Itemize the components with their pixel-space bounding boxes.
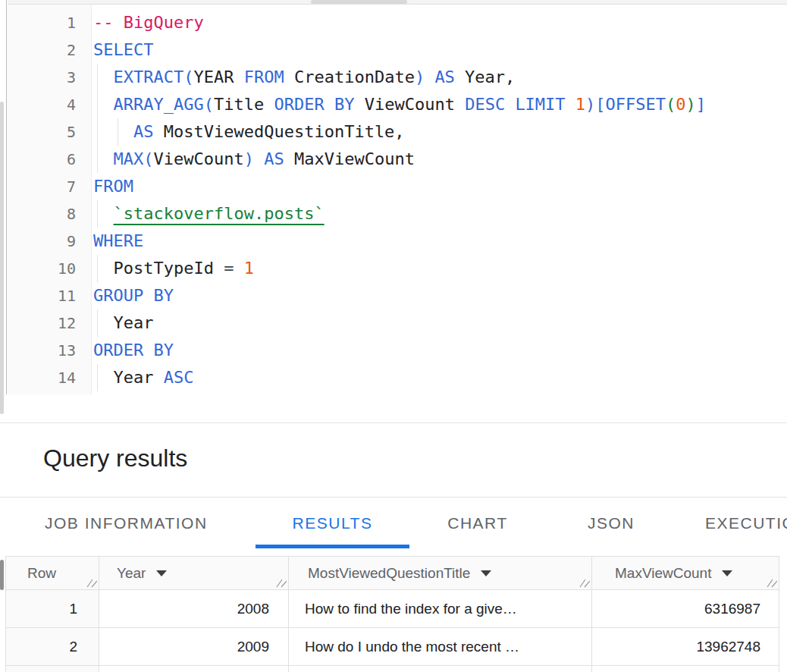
results-table: RowYearMostViewedQuestionTitleMaxViewCou…: [5, 556, 779, 672]
code-token: BY: [153, 341, 174, 360]
code-token: (: [666, 95, 676, 114]
max-view-count-cell: 13962748: [592, 628, 779, 666]
code-line-5: AS MostViewedQuestionTitle,: [93, 118, 787, 146]
indent-guide: [97, 64, 98, 91]
code-line-9: WHERE: [93, 228, 787, 255]
code-token: =: [224, 259, 234, 278]
sql-editor[interactable]: 1234567891011121314 -- BigQuerySELECT EX…: [0, 5, 787, 422]
code-token: 1: [575, 95, 585, 114]
column-label: MaxViewCount: [615, 565, 711, 582]
line-number: 4: [7, 91, 76, 118]
indent-guide: [97, 200, 98, 228]
line-number-gutter: 1234567891011121314: [7, 5, 92, 394]
code-token: MostViewedQuestionTitle,: [153, 122, 404, 141]
code-line-7: FROM: [93, 173, 787, 200]
tab-results[interactable]: RESULTS: [256, 498, 409, 548]
code-line-12: Year: [93, 309, 787, 337]
code-token: OFFSET: [606, 95, 666, 114]
line-number: 8: [7, 200, 76, 228]
column-resize-grip-icon[interactable]: [276, 577, 287, 588]
code-token: SELECT: [93, 40, 153, 59]
indent-guide: [97, 364, 98, 391]
line-number: 3: [7, 64, 76, 91]
column-dropdown-caret-icon[interactable]: [156, 570, 167, 576]
code-token: (: [143, 149, 153, 168]
code-token: [143, 341, 153, 360]
code-token: [93, 95, 114, 114]
code-token: MaxViewCount: [284, 149, 415, 168]
code-token: [325, 95, 334, 114]
table-row: 12008How to find the index for a give…63…: [6, 590, 779, 628]
table-row-partial: [6, 666, 779, 672]
horizontal-scrollbar-thumb[interactable]: [311, 0, 407, 4]
tab-execution[interactable]: EXECUTION: [705, 498, 787, 548]
column-dropdown-caret-icon[interactable]: [722, 570, 732, 576]
code-token: GROUP: [93, 286, 143, 305]
code-line-10: PostTypeId = 1: [93, 255, 787, 282]
code-token: [566, 95, 575, 114]
code-token: ARRAY_AGG: [114, 95, 204, 114]
code-token: ]: [696, 95, 706, 114]
line-number: 7: [7, 173, 76, 200]
code-token: ): [686, 95, 696, 114]
column-dropdown-caret-icon[interactable]: [481, 570, 491, 576]
indent-guide: [97, 255, 98, 282]
code-token: [254, 149, 264, 168]
column-resize-grip-icon[interactable]: [579, 577, 590, 588]
tab-job-information[interactable]: JOB INFORMATION: [45, 498, 208, 548]
code-token: AS: [264, 149, 284, 168]
column-label: Year: [117, 565, 146, 582]
section-divider: [0, 422, 787, 423]
code-token: BY: [334, 95, 355, 114]
table-reference-link[interactable]: `stackoverflow.posts`: [114, 204, 325, 223]
column-resize-grip-icon[interactable]: [86, 577, 97, 588]
code-line-1: -- BigQuery: [93, 9, 787, 36]
code-token: (: [183, 68, 193, 86]
indent-guide: [97, 91, 98, 118]
max-view-count-cell: 6316987: [592, 590, 779, 628]
line-number: 5: [7, 118, 76, 146]
code-token: [93, 122, 133, 141]
code-token: AS: [434, 68, 455, 86]
line-number: 1: [7, 9, 76, 36]
code-token: [143, 286, 153, 305]
title-cell: How to find the index for a give…: [289, 590, 592, 628]
indent-guide: [97, 146, 98, 173]
code-token: [93, 149, 114, 168]
code-token: [234, 68, 243, 86]
code-line-8: `stackoverflow.posts`: [93, 200, 787, 228]
code-token: Year: [93, 313, 153, 332]
code-token: [93, 204, 114, 223]
indent-guide: [118, 118, 118, 146]
results-table-wrap: RowYearMostViewedQuestionTitleMaxViewCou…: [5, 556, 779, 672]
code-token: [234, 259, 243, 278]
title-cell: How do I undo the most recent …: [289, 628, 592, 666]
tab-json[interactable]: JSON: [588, 498, 635, 548]
column-header-mostviewedquestiontitle[interactable]: MostViewedQuestionTitle: [289, 557, 592, 590]
column-header-year[interactable]: Year: [99, 557, 289, 590]
editor-vertical-scrollbar-thumb[interactable]: [0, 102, 4, 414]
indent-guide: [97, 309, 98, 337]
results-tab-bar: JOB INFORMATIONRESULTSCHARTJSONEXECUTION: [0, 498, 787, 548]
code-token: 0: [676, 95, 685, 114]
code-token: BY: [153, 286, 174, 305]
active-tab-underline: [256, 545, 409, 548]
code-token: Title: [214, 95, 264, 114]
line-number: 9: [7, 228, 76, 255]
code-token: AS: [133, 122, 154, 141]
table-vertical-scrollbar-thumb[interactable]: [0, 560, 4, 590]
code-token: DESC: [465, 95, 505, 114]
line-number: 12: [7, 309, 76, 337]
code-token: ViewCount: [154, 149, 244, 168]
column-header-maxviewcount[interactable]: MaxViewCount: [592, 557, 779, 590]
code-area[interactable]: -- BigQuerySELECT EXTRACT(YEAR FROM Crea…: [93, 9, 787, 391]
code-token: CreationDate: [284, 68, 415, 86]
code-token: LIMIT: [515, 95, 565, 114]
code-token: 1: [244, 259, 254, 278]
column-header-row: Row: [6, 557, 99, 590]
code-token: ): [244, 149, 254, 168]
column-label: Row: [27, 565, 56, 582]
column-resize-grip-icon[interactable]: [767, 577, 777, 588]
tab-chart[interactable]: CHART: [447, 498, 507, 548]
cell: [592, 666, 779, 672]
